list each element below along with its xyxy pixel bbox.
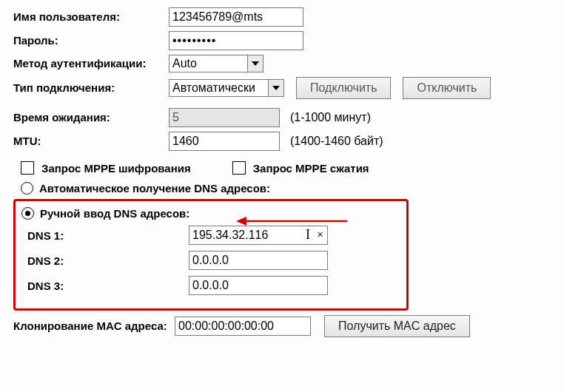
dns1-label: DNS 1:	[21, 229, 189, 242]
row-auth: Метод аутентификации: Auto	[13, 55, 551, 72]
timeout-label: Время ожидания:	[13, 111, 169, 124]
dns2-input[interactable]	[189, 251, 328, 270]
row-dns-auto: Автоматическое получение DNS адресов:	[21, 182, 551, 195]
row-mppe: Запрос MPPE шифрования Запрос MPPE сжати…	[21, 161, 551, 175]
mtu-hint: (1400-1460 байт)	[290, 135, 383, 148]
timeout-hint: (1-1000 минут)	[290, 111, 371, 124]
disconnect-button[interactable]: Отключить	[403, 77, 491, 99]
svg-marker-1	[236, 217, 246, 226]
auth-select[interactable]: Auto	[169, 55, 263, 72]
row-password: Пароль:	[13, 31, 551, 50]
mppe-enc-checkbox[interactable]	[21, 161, 34, 175]
dns3-input[interactable]	[189, 276, 328, 295]
row-mtu: MTU: (1400-1460 байт)	[13, 132, 551, 151]
dns-manual-section: Ручной ввод DNS адресов: DNS 1: I × DNS …	[13, 199, 409, 311]
mac-label: Клонирование MAC адреса:	[13, 320, 175, 333]
get-mac-button[interactable]: Получить MAC адрес	[324, 315, 470, 337]
username-label: Имя пользователя:	[13, 10, 169, 24]
dns-auto-label: Автоматическое получение DNS адресов:	[39, 182, 270, 195]
row-username: Имя пользователя:	[13, 7, 551, 27]
connect-button[interactable]: Подключить	[296, 77, 391, 99]
timeout-input	[169, 108, 280, 127]
settings-form: Имя пользователя: Пароль: Метод аутентиф…	[0, 0, 564, 343]
auth-label: Метод аутентификации:	[13, 58, 169, 70]
dns1-input[interactable]	[189, 226, 328, 245]
dns-manual-label: Ручной ввод DNS адресов:	[40, 207, 189, 220]
connection-select[interactable]: Автоматически	[169, 79, 284, 97]
clear-input-icon[interactable]: ×	[317, 228, 323, 240]
mppe-enc-label: Запрос MPPE шифрования	[41, 162, 191, 175]
dns3-label: DNS 3:	[21, 280, 189, 292]
mppe-comp-label: Запрос MPPE сжатия	[253, 162, 369, 175]
dns-auto-radio[interactable]	[21, 182, 33, 195]
connection-label: Тип подключения:	[13, 81, 169, 95]
connection-select-value: Автоматически	[172, 81, 255, 95]
chevron-down-icon	[247, 55, 263, 72]
row-mac: Клонирование MAC адреса: Получить MAC ад…	[13, 315, 551, 337]
mtu-input[interactable]	[169, 132, 280, 151]
mac-input[interactable]	[175, 317, 311, 336]
dns2-label: DNS 2:	[21, 254, 189, 267]
username-input[interactable]	[169, 7, 303, 27]
password-input[interactable]	[169, 31, 303, 50]
dns-manual-radio[interactable]	[21, 207, 34, 220]
row-connection: Тип подключения: Автоматически Подключит…	[13, 77, 551, 99]
row-dns2: DNS 2:	[21, 251, 399, 270]
chevron-down-icon	[268, 80, 283, 96]
mppe-comp-checkbox[interactable]	[232, 161, 246, 175]
row-dns1: DNS 1: I ×	[21, 226, 399, 245]
mtu-label: MTU:	[13, 135, 169, 148]
row-timeout: Время ожидания: (1-1000 минут)	[13, 108, 551, 127]
password-label: Пароль:	[13, 34, 169, 47]
auth-select-value: Auto	[172, 57, 197, 70]
row-dns3: DNS 3:	[21, 276, 399, 295]
